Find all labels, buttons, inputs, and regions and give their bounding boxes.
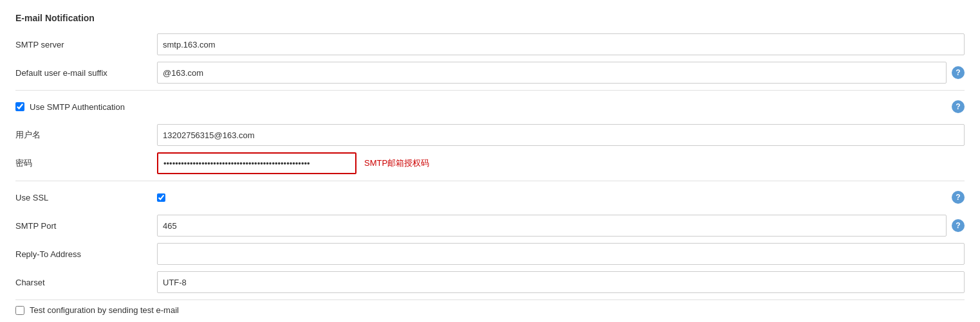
charset-row: Charset — [15, 271, 965, 293]
smtp-port-input[interactable] — [157, 215, 947, 237]
smtp-auth-row: Use SMTP Authentication ? — [15, 96, 965, 118]
email-suffix-label: Default user e-mail suffix — [15, 68, 157, 78]
username-input[interactable] — [157, 124, 965, 146]
smtp-server-label: SMTP server — [15, 40, 157, 49]
password-row: 密码 SMTP邮箱授权码 — [15, 152, 965, 174]
password-label: 密码 — [15, 157, 157, 169]
smtp-auth-checkbox[interactable] — [15, 102, 24, 111]
smtp-port-label: SMTP Port — [15, 221, 157, 231]
charset-label: Charset — [15, 278, 157, 287]
email-suffix-row: Default user e-mail suffix ? — [15, 62, 965, 84]
smtp-auth-check-wrap: Use SMTP Authentication — [15, 102, 125, 112]
use-ssl-control: ? — [157, 191, 965, 204]
smtp-auth-label: Use SMTP Authentication — [30, 102, 125, 112]
smtp-auth-help-icon[interactable]: ? — [952, 100, 965, 113]
charset-input[interactable] — [157, 271, 965, 293]
reply-to-control — [157, 243, 965, 265]
email-suffix-input[interactable] — [157, 62, 947, 84]
reply-to-row: Reply-To Address — [15, 243, 965, 265]
smtp-port-control: ? — [157, 215, 965, 237]
section-title: E-mail Notification — [15, 13, 965, 23]
email-suffix-control: ? — [157, 62, 965, 84]
reply-to-label: Reply-To Address — [15, 249, 157, 259]
smtp-server-input[interactable] — [157, 33, 965, 55]
smtp-server-row: SMTP server — [15, 33, 965, 55]
test-config-row: Test configuration by sending test e-mai… — [15, 305, 965, 315]
username-label: 用户名 — [15, 129, 157, 141]
reply-to-input[interactable] — [157, 243, 965, 265]
use-ssl-help-icon[interactable]: ? — [952, 191, 965, 204]
use-ssl-checkbox[interactable] — [157, 193, 165, 202]
username-control — [157, 124, 965, 146]
use-ssl-row: Use SSL ? — [15, 186, 965, 208]
test-config-label: Test configuration by sending test e-mai… — [30, 305, 179, 315]
use-ssl-label: Use SSL — [15, 193, 157, 202]
smtp-hint-text: SMTP邮箱授权码 — [364, 157, 429, 169]
email-suffix-help-icon[interactable]: ? — [952, 66, 965, 79]
smtp-port-row: SMTP Port ? — [15, 215, 965, 237]
password-control: SMTP邮箱授权码 — [157, 152, 965, 174]
smtp-server-control — [157, 33, 965, 55]
username-row: 用户名 — [15, 124, 965, 146]
smtp-port-help-icon[interactable]: ? — [952, 219, 965, 232]
test-config-checkbox[interactable] — [15, 306, 24, 315]
charset-control — [157, 271, 965, 293]
password-input[interactable] — [157, 152, 356, 174]
